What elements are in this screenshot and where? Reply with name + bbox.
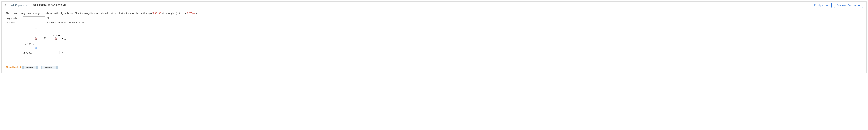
prompt-eq: =	[150, 12, 152, 14]
magnitude-input[interactable]	[23, 17, 45, 20]
prompt-text: at the origin. (Let	[161, 12, 181, 14]
prompt-text: Three point charges are arranged as show…	[6, 12, 148, 14]
master-it-button[interactable]: Master It	[42, 66, 57, 69]
x-axis	[36, 39, 63, 39]
plus-icon: +	[35, 37, 36, 40]
chevron-down-icon	[858, 4, 860, 7]
my-notes-button[interactable]: My Notes	[811, 3, 831, 8]
r12-label: r12	[43, 36, 46, 39]
plus-icon: +	[55, 37, 57, 40]
read-it-button[interactable]: Read It	[24, 66, 36, 69]
points-dropdown[interactable]: –/1.42 points	[9, 3, 29, 7]
d-left-label: 0.100 m	[25, 43, 34, 45]
magnitude-label: magnitude	[6, 17, 21, 20]
prompt-text: .)	[195, 12, 196, 14]
direction-input[interactable]	[23, 21, 45, 24]
figure: y x + q + 6.00 nC r12 − 0.100 m −3.00 nC…	[20, 28, 80, 62]
points-text: –/1.42 points	[11, 4, 24, 6]
direction-unit: ° counterclockwise from the +x axis	[47, 21, 85, 24]
my-notes-label: My Notes	[817, 4, 828, 7]
ask-teacher-label: Ask Your Teacher	[837, 4, 857, 7]
chevron-down-icon	[25, 4, 27, 6]
charge-bottom-label: −3.00 nC	[22, 51, 32, 54]
minus-icon: −	[35, 47, 36, 49]
ask-teacher-button[interactable]: Ask Your Teacher	[834, 3, 863, 8]
direction-row: direction ° counterclockwise from the +x…	[6, 21, 862, 24]
charge-right: +	[55, 37, 57, 40]
question-code: SERPSE10 22.3.OP.007.MI.	[33, 4, 66, 7]
notes-icon	[814, 4, 816, 7]
need-help: Need Help? Read It Master It	[6, 66, 862, 69]
r-sub: 12	[182, 13, 184, 15]
charge-right-label: 6.00 nC	[53, 34, 61, 37]
prompt-eq: =	[184, 12, 187, 14]
charge-origin: +	[35, 37, 37, 40]
q-value: 5.08 nC	[152, 12, 161, 14]
question-header: 2. –/1.42 points SERPSE10 22.3.OP.007.MI…	[2, 2, 866, 9]
need-help-label: Need Help?	[6, 66, 21, 69]
x-label: x	[64, 37, 66, 40]
header-actions: My Notes Ask Your Teacher	[811, 3, 865, 8]
question-number: 2.	[3, 4, 9, 7]
y-label: y	[35, 24, 36, 27]
charge-bottom: −	[35, 47, 37, 49]
info-icon[interactable]: i	[59, 51, 63, 54]
r-value: 0.255 m	[187, 12, 195, 14]
question-prompt: Three point charges are arranged as show…	[6, 11, 862, 16]
question-body: Three point charges are arranged as show…	[2, 9, 866, 73]
charge-origin-label: q	[32, 36, 33, 39]
magnitude-row: magnitude N	[6, 17, 862, 20]
question-container: 2. –/1.42 points SERPSE10 22.3.OP.007.MI…	[1, 1, 867, 73]
magnitude-unit: N	[47, 17, 49, 20]
direction-label: direction	[6, 21, 21, 24]
